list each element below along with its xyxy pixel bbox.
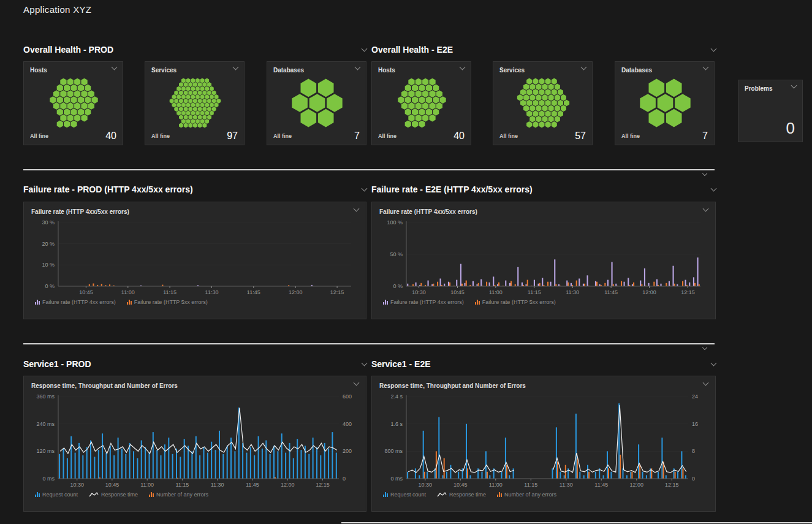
chevron-down-icon[interactable] [702,345,707,350]
hexagon-cluster [378,78,466,128]
divider [341,522,812,523]
problems-tile[interactable]: Problems 0 [738,80,803,142]
status-label: All fine [378,133,397,139]
section-header-service-prod: Service1 - PROD [23,359,366,370]
failure-rate-e2e-chart[interactable]: 0 %50 %100 %10:3010:4511:0011:1511:3011:… [379,218,709,297]
svg-text:11:45: 11:45 [247,289,260,295]
svg-text:12:00: 12:00 [289,289,303,295]
chevron-down-icon[interactable] [711,46,717,52]
chevron-down-icon[interactable] [711,360,717,366]
chevron-down-icon[interactable] [581,64,587,70]
bars-icon [497,492,502,497]
chevron-down-icon[interactable] [233,64,239,70]
service-prod-chart[interactable]: 0 ms120 ms240 ms360 ms020040060010:3010:… [31,392,360,490]
svg-text:8: 8 [692,448,695,454]
hexagon-cluster [30,78,118,128]
chevron-down-icon[interactable] [354,380,360,386]
svg-text:11:00: 11:00 [489,482,503,488]
status-label: All fine [273,133,292,139]
legend-item[interactable]: Number of any errors [149,492,208,498]
svg-text:11:45: 11:45 [246,482,259,488]
health-tile-services-e2e[interactable]: Services All fine 57 [493,61,593,145]
status-label: All fine [151,133,170,139]
svg-text:12:15: 12:15 [665,482,679,488]
chevron-down-icon[interactable] [703,206,709,212]
chevron-down-icon[interactable] [703,380,709,386]
legend-label: Failure rate (HTTP 5xx errors) [482,299,556,305]
svg-text:400: 400 [343,421,352,427]
svg-text:11:15: 11:15 [528,289,541,295]
svg-text:0 %: 0 % [45,283,55,289]
health-tile-services-prod[interactable]: Services All fine 97 [145,61,245,145]
tile-label: Hosts [30,67,47,74]
chevron-down-icon[interactable] [460,64,466,70]
svg-text:11:30: 11:30 [205,289,219,295]
legend-label: Response time [449,492,486,498]
chevron-down-icon[interactable] [791,83,797,89]
svg-text:24: 24 [692,393,698,400]
svg-text:10:30: 10:30 [419,482,433,488]
chevron-down-icon[interactable] [354,206,360,212]
svg-text:10:30: 10:30 [412,289,426,295]
chevron-down-icon[interactable] [702,171,707,176]
legend-item[interactable]: Response time [89,492,138,498]
chart-title: Failure rate (HTTP 4xx/5xx errors) [31,208,129,215]
failure-rate-prod-chart-tile[interactable]: Failure rate (HTTP 4xx/5xx errors) 0 %10… [23,202,366,319]
failure-rate-e2e-chart-tile[interactable]: Failure rate (HTTP 4xx/5xx errors) 0 %50… [371,202,716,319]
service-prod-chart-tile[interactable]: Response time, Throughput and Number of … [23,376,366,512]
legend-item[interactable]: Request count [383,492,426,498]
legend-label: Failure rate (HTTP 5xx errors) [134,299,208,305]
problems-count: 0 [786,119,795,138]
service-e2e-chart[interactable]: 0 ms800 ms1.6 s2.4 s08162410:3010:4511:0… [379,392,709,490]
chart-legend: Failure rate (HTTP 4xx errors)Failure ra… [31,299,359,305]
svg-text:120 ms: 120 ms [36,448,55,454]
tile-label: Databases [621,67,652,74]
health-tile-databases-prod[interactable]: Databases All fine 7 [267,61,366,145]
svg-text:0: 0 [692,476,695,482]
section-header-health-e2e: Overall Health - E2E [371,44,716,55]
entity-count: 57 [575,131,586,142]
svg-text:10 %: 10 % [42,262,55,268]
svg-text:50 %: 50 % [390,251,403,257]
entity-count: 40 [105,131,116,142]
chevron-down-icon[interactable] [703,64,709,70]
svg-text:10:30: 10:30 [70,482,84,488]
health-tile-hosts-e2e[interactable]: Hosts All fine 40 [371,61,471,145]
chevron-down-icon[interactable] [362,46,368,52]
status-label: All fine [621,133,640,139]
chevron-down-icon[interactable] [362,186,368,192]
chevron-down-icon[interactable] [355,64,361,70]
service-e2e-chart-tile[interactable]: Response time, Throughput and Number of … [371,376,716,512]
chart-legend: Failure rate (HTTP 4xx errors)Failure ra… [379,299,708,305]
bars-icon [35,300,40,305]
legend-item[interactable]: Failure rate (HTTP 5xx errors) [127,299,208,305]
legend-label: Failure rate (HTTP 4xx errors) [42,299,116,305]
status-label: All fine [30,133,48,139]
tile-label: Databases [273,67,304,74]
chevron-down-icon[interactable] [362,360,368,366]
bars-icon [127,300,132,305]
legend-item[interactable]: Response time [437,492,486,498]
health-tile-hosts-prod[interactable]: Hosts All fine 40 [23,61,123,145]
svg-text:0: 0 [343,476,346,482]
chevron-down-icon[interactable] [112,64,118,70]
legend-label: Response time [101,492,138,498]
svg-text:11:45: 11:45 [604,289,618,295]
legend-item[interactable]: Failure rate (HTTP 4xx errors) [383,299,464,305]
legend-label: Failure rate (HTTP 4xx errors) [390,299,464,305]
health-tile-databases-e2e[interactable]: Databases All fine 7 [615,61,715,145]
failure-rate-prod-chart[interactable]: 0 %10 %20 %30 %10:4511:0011:1511:3011:45… [31,218,360,297]
legend-item[interactable]: Failure rate (HTTP 4xx errors) [35,299,116,305]
bars-icon [383,492,388,497]
legend-item[interactable]: Failure rate (HTTP 5xx errors) [475,299,556,305]
svg-text:10:45: 10:45 [450,289,465,295]
chevron-down-icon[interactable] [711,186,717,192]
svg-text:11:30: 11:30 [566,289,579,295]
section-header-failure-e2e: Failure rate - E2E (HTTP 4xx/5xx errors) [371,184,716,195]
legend-item[interactable]: Number of any errors [497,492,556,498]
section-header-health-prod: Overall Health - PROD [23,44,366,55]
svg-text:0 ms: 0 ms [390,476,403,482]
divider [23,343,715,344]
legend-item[interactable]: Request count [35,492,78,498]
svg-text:11:00: 11:00 [121,289,135,295]
